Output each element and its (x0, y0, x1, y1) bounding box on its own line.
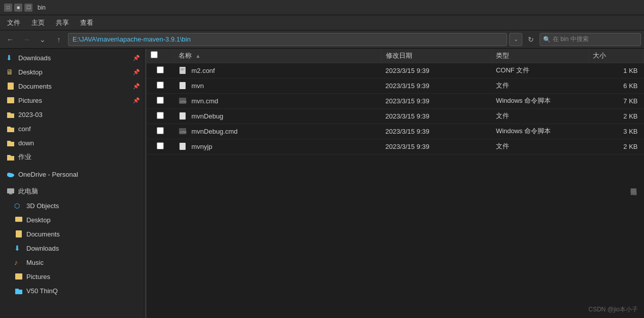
title-icon-1[interactable]: □ (4, 4, 12, 12)
file-name-4[interactable]: cmd mvnDebug.cmd (174, 124, 381, 139)
select-all-checkbox[interactable] (151, 51, 158, 58)
file-size-3: 2 KB (589, 108, 644, 124)
v50-icon (14, 286, 23, 295)
up-button[interactable]: ↑ (52, 33, 66, 46)
pictures-icon (6, 96, 15, 105)
sidebar-item-desktop-pc[interactable]: Desktop (0, 213, 144, 227)
menu-home[interactable]: 主页 (26, 16, 50, 29)
window-title: bin (38, 4, 46, 11)
sidebar-label-onedrive: OneDrive - Personal (18, 171, 78, 178)
file-checkbox-1[interactable] (147, 78, 174, 93)
file-name-3[interactable]: mvnDebug (174, 108, 381, 124)
svg-text:⬇: ⬇ (14, 244, 20, 252)
th-checkbox[interactable] (147, 49, 174, 63)
file-checkbox-5[interactable] (147, 139, 174, 154)
pin-icon-desktop: 📌 (133, 69, 140, 75)
sidebar-label-documents-quick: Documents (18, 83, 52, 90)
file-name-5[interactable]: mvnyjp (174, 139, 381, 154)
sidebar-label-thispc: 此电脑 (18, 187, 38, 196)
file-name-2[interactable]: cmd mvn.cmd (174, 93, 381, 108)
file-checkbox-3[interactable] (147, 108, 174, 124)
th-size[interactable]: 大小 (589, 49, 644, 63)
file-cb-4[interactable] (157, 127, 164, 134)
watermark: CSDN @jio本小子 (588, 305, 638, 314)
sidebar-label-pictures-pc: Pictures (26, 273, 50, 281)
file-date-3: 2023/3/15 9:39 (381, 108, 492, 124)
sidebar-item-v50[interactable]: V50 ThinQ (0, 284, 144, 298)
search-placeholder: 在 bin 中搜索 (553, 35, 589, 44)
title-icon-3[interactable]: ☐ (24, 4, 32, 12)
file-date-5: 2023/3/15 9:39 (381, 139, 492, 154)
sidebar-item-pictures-pc[interactable]: Pictures (0, 269, 144, 284)
downloads-pc-icon: ⬇ (14, 244, 23, 253)
table-row[interactable]: mvnyjp 2023/3/15 9:39 文件 2 KB (147, 139, 644, 154)
sidebar-item-3dobjects[interactable]: ⬡ 3D Objects (0, 198, 144, 213)
menu-share[interactable]: 共享 (51, 16, 74, 29)
sidebar-item-thispc[interactable]: 此电脑 (0, 184, 144, 198)
sidebar-item-down[interactable]: down (0, 136, 144, 150)
file-cb-0[interactable] (157, 66, 164, 73)
back-button[interactable]: ← (3, 33, 17, 46)
th-date[interactable]: 修改日期 (381, 49, 492, 63)
file-size-5: 2 KB (589, 139, 644, 154)
sidebar-item-2023-03[interactable]: 2023-03 (0, 107, 144, 122)
sidebar-label-documents-pc: Documents (26, 230, 60, 238)
dropdown-button[interactable]: ⌄ (35, 33, 50, 46)
search-box[interactable]: 🔍 在 bin 中搜索 (540, 33, 641, 46)
address-dropdown-arrow[interactable]: ⌄ (509, 33, 522, 46)
main-layout: ⬇ Downloads 📌 🖥 Desktop 📌 Documents 📌 Pi… (0, 49, 644, 318)
file-checkbox-0[interactable] (147, 63, 174, 78)
sidebar-item-music-pc[interactable]: ♪ Music (0, 255, 144, 269)
sidebar-item-downloads-pc[interactable]: ⬇ Downloads (0, 241, 144, 255)
refresh-button[interactable]: ↻ (524, 33, 538, 46)
sidebar-item-desktop-quick[interactable]: 🖥 Desktop 📌 (0, 65, 144, 79)
table-row[interactable]: mvn 2023/3/15 9:39 文件 6 KB (147, 78, 644, 93)
file-checkbox-4[interactable] (147, 124, 174, 139)
menu-file[interactable]: 文件 (2, 16, 25, 29)
file-size-4: 3 KB (589, 124, 644, 139)
table-row[interactable]: cmd mvn.cmd 2023/3/15 9:39 Windows 命令脚本 … (147, 93, 644, 108)
svg-rect-6 (7, 188, 14, 193)
documents-pc-icon (14, 229, 23, 238)
sidebar-label-homework: 作业 (18, 152, 31, 162)
search-icon: 🔍 (543, 36, 551, 43)
svg-rect-14 (180, 67, 186, 74)
folder-down-icon (6, 138, 15, 147)
forward-button[interactable]: → (19, 33, 33, 46)
file-cb-5[interactable] (157, 142, 164, 149)
file-name-text-0: m2.conf (191, 67, 214, 74)
file-checkbox-2[interactable] (147, 93, 174, 108)
sidebar-item-documents-pc[interactable]: Documents (0, 227, 144, 241)
file-type-0: CONF 文件 (492, 63, 589, 78)
svg-text:⬇: ⬇ (6, 54, 12, 62)
th-type[interactable]: 类型 (492, 49, 589, 63)
file-size-0: 1 KB (589, 63, 644, 78)
sidebar-item-homework[interactable]: 作业 (0, 150, 144, 164)
sidebar-item-documents-quick[interactable]: Documents 📌 (0, 79, 144, 93)
file-date-2: 2023/3/15 9:39 (381, 93, 492, 108)
file-cb-3[interactable] (157, 112, 164, 119)
sort-arrow: ▲ (196, 53, 201, 59)
table-row[interactable]: mvnDebug 2023/3/15 9:39 文件 2 KB (147, 108, 644, 124)
file-cb-1[interactable] (157, 82, 164, 89)
sidebar-item-onedrive[interactable]: OneDrive - Personal (0, 167, 144, 181)
music-icon: ♪ (14, 258, 23, 267)
file-size-2: 7 KB (589, 93, 644, 108)
title-icon-2[interactable]: ■ (14, 4, 22, 12)
th-name[interactable]: 名称 ▲ (174, 49, 381, 63)
file-name-0[interactable]: m2.conf (174, 63, 381, 78)
title-bar-controls: □ ■ ☐ (4, 4, 32, 12)
menu-view[interactable]: 查看 (75, 16, 98, 29)
table-row[interactable]: m2.conf 2023/3/15 9:39 CONF 文件 1 KB (147, 63, 644, 78)
sidebar-item-downloads-quick[interactable]: ⬇ Downloads 📌 (0, 51, 144, 65)
folder-homework-icon (6, 152, 15, 162)
address-input[interactable] (68, 33, 507, 46)
svg-rect-2 (8, 83, 14, 90)
table-row[interactable]: cmd mvnDebug.cmd 2023/3/15 9:39 Windows … (147, 124, 644, 139)
sidebar-item-conf[interactable]: conf (0, 122, 144, 136)
file-cb-2[interactable] (157, 97, 164, 104)
file-type-1: 文件 (492, 78, 589, 93)
sidebar-item-pictures-quick[interactable]: Pictures 📌 (0, 93, 144, 107)
file-name-1[interactable]: mvn (174, 78, 381, 93)
svg-text:♪: ♪ (14, 258, 18, 266)
